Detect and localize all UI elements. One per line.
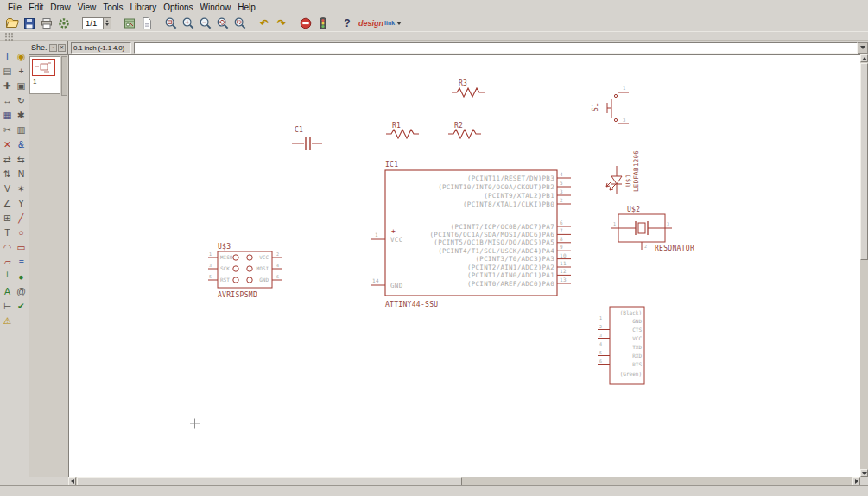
cursor-crosshair[interactable] (190, 419, 200, 429)
traffic-light-icon[interactable] (314, 16, 332, 31)
polygon-icon[interactable]: ▱ (1, 255, 14, 268)
cut-icon[interactable]: ✂ (1, 123, 14, 136)
stop-icon[interactable] (297, 16, 314, 31)
copy-icon[interactable]: ▣ (15, 79, 28, 92)
mark-icon[interactable]: + (15, 64, 28, 77)
toolbar-grip-icon[interactable] (3, 32, 15, 41)
junction-icon[interactable]: ● (15, 270, 28, 283)
menu-file[interactable]: File (4, 1, 25, 14)
vscroll-thumb[interactable] (860, 63, 868, 260)
display-icon[interactable]: ▤ (1, 64, 14, 77)
sheet-selector[interactable]: 1/1 (82, 17, 111, 29)
circle-icon[interactable]: ○ (15, 226, 28, 238)
svg-text:2: 2 (644, 244, 647, 249)
zoom-redraw-icon[interactable] (214, 16, 231, 31)
help-icon[interactable]: ? (339, 16, 356, 31)
svg-text:11: 11 (560, 260, 567, 266)
menu-view[interactable]: View (74, 1, 100, 14)
board-icon[interactable] (121, 16, 138, 31)
delete-icon[interactable]: ✕ (1, 137, 14, 150)
led-U$1[interactable]: U$1LEDFAB1206 (606, 150, 640, 194)
change-icon[interactable]: ✱ (15, 108, 28, 121)
schematic-canvas[interactable]: R3R1R2C1S113U$1LEDFAB1206U$2RESONATOR123… (68, 54, 860, 477)
sheet-selector-spinner[interactable] (103, 17, 111, 29)
resistor-R2[interactable]: R2 (448, 122, 481, 138)
menu-help[interactable]: Help (234, 1, 259, 14)
menu-tools[interactable]: Tools (99, 1, 126, 14)
menu-window[interactable]: Window (197, 1, 235, 14)
redo-icon[interactable]: ↷ (273, 16, 290, 31)
pinswap-icon[interactable]: ⇄ (1, 152, 14, 165)
info-icon[interactable]: i (1, 49, 14, 62)
menu-library[interactable]: Library (127, 1, 161, 14)
run-script-icon[interactable] (138, 16, 155, 31)
attribute-icon[interactable]: @ (15, 284, 28, 297)
save-icon[interactable] (21, 16, 38, 31)
hscroll-left-icon[interactable] (68, 477, 76, 486)
move-icon[interactable]: ✚ (1, 79, 14, 92)
rotate-icon[interactable]: ↻ (15, 93, 28, 106)
replace-icon[interactable]: ⇆ (15, 152, 28, 165)
mcu-IC1[interactable]: IC1ATTINY44-SSU1+VCC14GND4(PCINT11/RESET… (371, 161, 571, 308)
menu-draw[interactable]: Draw (47, 1, 73, 14)
capacitor-C1[interactable]: C1 (292, 126, 322, 150)
invoke-icon[interactable]: ⊞ (1, 211, 14, 224)
design-link-sub: link (384, 20, 395, 26)
sheet-thumbnail[interactable] (32, 59, 55, 76)
svg-text:3: 3 (623, 118, 626, 123)
group-icon[interactable]: ▦ (1, 108, 14, 121)
smash-icon[interactable]: ✶ (15, 181, 28, 194)
arc-icon[interactable]: ◠ (1, 240, 14, 253)
print-icon[interactable] (38, 16, 55, 31)
menu-options[interactable]: Options (160, 1, 196, 14)
zoom-fit-icon[interactable] (162, 16, 180, 31)
close-panel-icon[interactable]: ✕ (58, 44, 66, 52)
show-icon[interactable]: ◉ (15, 49, 28, 62)
cam-icon[interactable] (55, 16, 73, 31)
sheets-scrollbar[interactable] (61, 56, 67, 96)
rect-icon[interactable]: ▭ (15, 240, 28, 253)
hscroll-right-icon[interactable] (852, 477, 860, 486)
miter-icon[interactable]: ∠ (1, 196, 14, 209)
undo-icon[interactable]: ↶ (256, 16, 273, 31)
split-icon[interactable]: Y (15, 196, 28, 209)
ftdi-header[interactable]: (Black)GND1CTS2VCC3TXD4RXD5RTS6(Green) (598, 307, 644, 384)
sheets-tab[interactable]: She... ▫ ✕ (29, 41, 68, 54)
net-icon[interactable]: └ (1, 270, 14, 283)
paste-icon[interactable]: ▥ (15, 123, 28, 136)
resistor-R1[interactable]: R1 (386, 122, 419, 138)
text-icon[interactable]: T (1, 226, 14, 238)
mirror-icon[interactable]: ↔ (1, 93, 14, 106)
zoom-select-icon[interactable] (231, 16, 249, 31)
zoom-out-icon[interactable] (197, 16, 214, 31)
menu-edit[interactable]: Edit (25, 1, 47, 14)
hscroll-thumb[interactable] (77, 477, 462, 486)
vscroll-up-icon[interactable] (860, 54, 868, 62)
switch-S1[interactable]: S113 (592, 86, 629, 124)
bus-icon[interactable]: ≡ (15, 255, 28, 268)
gateswap-icon[interactable]: ⇅ (1, 167, 14, 180)
dimension-icon[interactable]: ⊢ (1, 299, 14, 312)
svg-text:VCC: VCC (390, 236, 402, 244)
vscroll-down-icon[interactable] (860, 469, 868, 477)
erc-icon[interactable]: ✔ (15, 299, 28, 312)
errors-icon[interactable]: ⚠ (1, 314, 14, 327)
float-panel-icon[interactable]: ▫ (49, 44, 57, 52)
design-link-button[interactable]: designlink (356, 16, 404, 31)
resonator-U$2[interactable]: U$2RESONATOR123 (611, 206, 694, 252)
command-input[interactable] (134, 42, 858, 54)
svg-text:SCK: SCK (220, 265, 230, 271)
canvas-hscrollbar[interactable] (68, 477, 860, 486)
open-icon[interactable] (3, 16, 21, 31)
value-icon[interactable]: V (1, 181, 14, 194)
wire-icon[interactable]: ╱ (15, 211, 28, 224)
resistor-R3[interactable]: R3 (452, 79, 485, 97)
canvas-vscrollbar[interactable] (860, 54, 868, 477)
label-icon[interactable]: A (1, 284, 14, 297)
svg-text:14: 14 (372, 277, 379, 283)
isp-U$3[interactable]: MISOVCC12SCKMOSI34RSTGND56U$3AVRISPSMD (208, 243, 282, 299)
add-icon[interactable]: & (15, 137, 28, 150)
name-icon[interactable]: N (15, 167, 28, 180)
command-history-dropdown[interactable] (858, 42, 868, 54)
zoom-in-icon[interactable] (180, 16, 197, 31)
